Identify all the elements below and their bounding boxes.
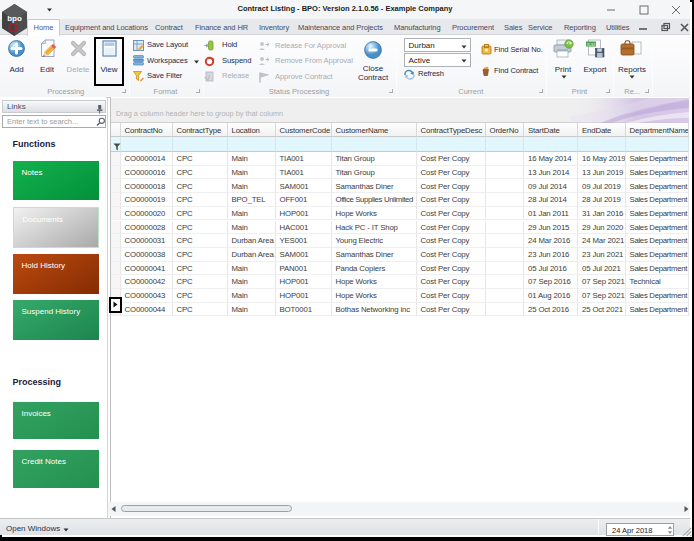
svg-text:XLSX: XLSX: [587, 43, 596, 47]
svg-text:bpo: bpo: [7, 14, 22, 23]
